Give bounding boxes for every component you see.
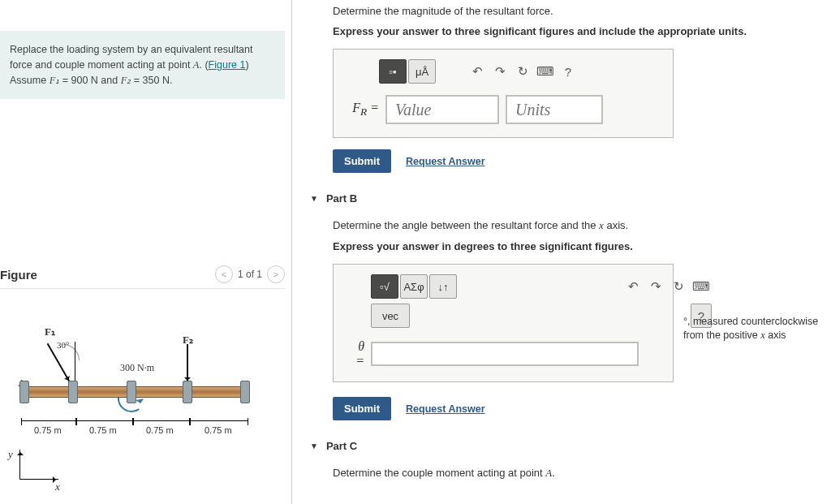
partC-prompt: Determine the couple moment acting at po…	[333, 467, 823, 480]
partB-toolbar: ▫√ ΑΣφ ↓↑ ↶ ↷ ↻ ⌨ vec ?	[371, 274, 712, 328]
support	[68, 381, 78, 403]
support	[127, 381, 136, 403]
partA-instruction: Express your answer to three significant…	[333, 25, 823, 37]
figure-page-indicator: 1 of 1	[238, 269, 262, 280]
reset-icon[interactable]: ↻	[668, 274, 689, 299]
support-right	[240, 381, 250, 403]
figure-diagram: F₁ 30° F₂ 300 N·m A 0.75 m 0.75 m	[0, 313, 276, 492]
support	[183, 381, 192, 403]
force-arrow-F2	[187, 344, 188, 383]
partB-header[interactable]: ▼ Part B	[310, 192, 823, 205]
help-icon[interactable]: ?	[558, 59, 579, 84]
next-figure-button[interactable]: >	[267, 265, 285, 283]
coordinate-axes: y x	[8, 450, 61, 489]
partB-unit-note: °, measured counterclockwise from the po…	[683, 315, 821, 343]
collapse-caret-icon: ▼	[310, 442, 318, 450]
submit-button[interactable]: Submit	[333, 149, 391, 173]
figure-link[interactable]: Figure 1	[209, 59, 246, 71]
vec-button[interactable]: vec	[371, 304, 410, 328]
collapse-caret-icon: ▼	[310, 194, 318, 203]
figure-pager: < 1 of 1 >	[215, 265, 285, 283]
partC-header[interactable]: ▼ Part C	[310, 440, 823, 452]
keyboard-icon[interactable]: ⌨	[691, 274, 712, 299]
redo-icon[interactable]: ↷	[489, 59, 510, 84]
F2-var: F₂	[121, 75, 131, 86]
units-button[interactable]: μÅ	[408, 59, 436, 84]
partA-value-input[interactable]	[385, 95, 499, 124]
prev-figure-button[interactable]: <	[215, 265, 233, 283]
partB-answer-box: ▫√ ΑΣφ ↓↑ ↶ ↷ ↻ ⌨ vec ?	[333, 264, 674, 382]
subscript-button[interactable]: ↓↑	[429, 274, 457, 299]
label-F1: F₁	[45, 325, 55, 338]
partA-var-label: FR =	[347, 101, 379, 118]
undo-icon[interactable]: ↶	[467, 59, 488, 84]
partA-units-input[interactable]	[506, 95, 603, 124]
support-left	[19, 381, 29, 403]
partB-var-label: θ=	[347, 339, 364, 368]
label-moment: 300 N·m	[120, 362, 154, 374]
partB-prompt: Determine the angle between the resultan…	[333, 219, 823, 232]
figure-title: Figure	[0, 268, 37, 282]
dimension-row: 0.75 m 0.75 m 0.75 m 0.75 m	[21, 420, 250, 437]
greek-button[interactable]: ΑΣφ	[400, 274, 428, 299]
partA-answer-box: ▫▪ μÅ ↶ ↷ ↻ ⌨ ? FR =	[333, 49, 674, 138]
problem-statement: Replace the loading system by an equival…	[0, 31, 285, 99]
template-icon[interactable]: ▫▪	[379, 59, 407, 84]
reset-icon[interactable]: ↻	[512, 59, 533, 84]
template-icon[interactable]: ▫√	[371, 274, 398, 299]
partA-toolbar: ▫▪ μÅ ↶ ↷ ↻ ⌨ ?	[379, 59, 660, 84]
request-answer-link[interactable]: Request Answer	[406, 156, 484, 167]
partA-prompt: Determine the magnitude of the resultant…	[333, 5, 823, 17]
redo-icon[interactable]: ↷	[645, 274, 666, 299]
undo-icon[interactable]: ↶	[622, 274, 644, 299]
request-answer-link[interactable]: Request Answer	[406, 403, 484, 415]
keyboard-icon[interactable]: ⌨	[535, 59, 556, 84]
partB-instruction: Express your answer in degrees to three …	[333, 240, 823, 252]
submit-button[interactable]: Submit	[333, 397, 391, 420]
F1-var: F₁	[50, 75, 60, 86]
partB-value-input[interactable]	[371, 342, 639, 366]
